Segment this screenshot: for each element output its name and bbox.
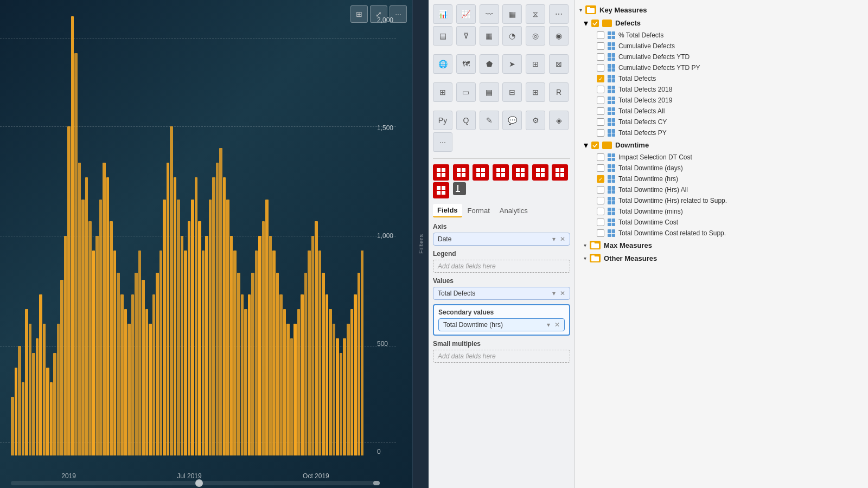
defects-header[interactable]: Defects (579, 16, 868, 30)
secondary-remove-icon[interactable]: ✕ (554, 321, 560, 329)
checkbox-cumulative-defects-ytd-py[interactable] (597, 64, 604, 72)
dot-icon-5[interactable] (512, 164, 528, 181)
axis-value-pill[interactable]: Date ▾ ✕ (433, 233, 570, 246)
expand-button[interactable]: ⤢ (370, 5, 387, 23)
checkbox-cumulative-defects-ytd[interactable] (597, 53, 604, 61)
checkbox-total-downtime-cost[interactable] (597, 219, 604, 226)
dot-icon-6[interactable] (532, 164, 548, 181)
viz-multi-row-card[interactable]: ▤ (480, 82, 499, 102)
measure-item-total-downtime-cost-supp[interactable]: Total Downtime Cost related to Supp. (579, 228, 868, 239)
scrollbar-thumb[interactable] (373, 481, 380, 485)
checkbox-total-defects-all[interactable] (597, 107, 604, 115)
viz-smart-narrative[interactable]: ✎ (480, 111, 499, 130)
dot-icon-3[interactable] (473, 164, 489, 181)
measure-item-cumulative-defects-ytd-py[interactable]: Cumulative Defects YTD PY (579, 62, 868, 73)
values-remove-icon[interactable]: ✕ (560, 290, 565, 297)
measure-item-total-defects-2019[interactable]: Total Defects 2019 (579, 95, 868, 106)
viz-bar-chart[interactable]: 📊 (433, 4, 452, 24)
axis-remove-icon[interactable]: ✕ (560, 235, 565, 243)
viz-custom1[interactable]: ⚙ (526, 111, 545, 130)
checkbox-total-downtime-days[interactable] (597, 164, 604, 172)
viz-table2[interactable]: ⊟ (502, 82, 522, 102)
viz-python[interactable]: Py (433, 111, 452, 130)
viz-speech-bubble[interactable]: 💬 (502, 111, 522, 130)
viz-table-chart[interactable]: ▤ (433, 26, 452, 46)
other-measures-header[interactable]: Other Measures (579, 252, 868, 265)
viz-matrix[interactable]: ⊞ (433, 82, 452, 102)
viz-map-chart[interactable]: 🌐 (433, 54, 452, 74)
dot-icon-1[interactable] (433, 164, 449, 181)
checkbox-cumulative-defects[interactable] (597, 42, 604, 50)
measure-item-total-defects[interactable]: ✓ Total Defects (579, 73, 868, 84)
checkbox-total-downtime-hrs-supp[interactable] (597, 197, 604, 204)
viz-treemap-chart[interactable]: ▦ (480, 26, 499, 46)
downtime-header[interactable]: Downtime (579, 138, 868, 152)
viz-small-mult[interactable]: ⊞ (526, 82, 545, 102)
viz-gauge-chart[interactable]: ◉ (549, 26, 569, 46)
viz-pie-chart[interactable]: ◔ (502, 26, 522, 46)
viz-shape-map[interactable]: ⬟ (480, 54, 499, 74)
legend-placeholder[interactable]: Add data fields here (433, 260, 570, 273)
format-icon[interactable] (453, 182, 466, 195)
viz-column-chart[interactable]: ▦ (502, 4, 522, 24)
viz-key-influencer[interactable]: ⊠ (549, 54, 569, 74)
measure-item-pct-total-defects[interactable]: % Total Defects (579, 30, 868, 41)
checkbox-total-downtime-cost-supp[interactable] (597, 229, 604, 237)
checkbox-total-defects[interactable]: ✓ (597, 75, 604, 82)
checkbox-impact-dt-cost[interactable] (597, 153, 604, 161)
measure-item-total-downtime-hrs[interactable]: ✓ Total Downtime (hrs) (579, 174, 868, 184)
checkbox-total-downtime-mins[interactable] (597, 208, 604, 215)
tab-fields[interactable]: Fields (433, 204, 462, 217)
measure-item-total-downtime-hrs-supp[interactable]: Total Downtime (Hrs) related to Supp. (579, 195, 868, 206)
secondary-expand-icon[interactable]: ▾ (547, 321, 550, 329)
viz-arrow-icon[interactable]: ➤ (502, 54, 522, 74)
measure-item-total-defects-all[interactable]: Total Defects All (579, 106, 868, 117)
secondary-values-pill[interactable]: Total Downtime (hrs) ▾ ✕ (438, 318, 565, 331)
checkbox-total-defects-cy[interactable] (597, 118, 604, 126)
more-button[interactable]: ··· (390, 5, 407, 23)
checkbox-total-downtime-hrs[interactable]: ✓ (597, 175, 604, 183)
dot-icon-2[interactable] (453, 164, 469, 181)
dot-icon-4[interactable] (493, 164, 509, 181)
viz-card[interactable]: ▭ (456, 82, 476, 102)
viz-area-chart[interactable]: 📈 (456, 4, 476, 24)
viz-combo-chart[interactable]: ⧖ (526, 4, 545, 24)
measure-item-total-downtime-days[interactable]: Total Downtime (days) (579, 163, 868, 174)
values-value-pill[interactable]: Total Defects ▾ ✕ (433, 287, 570, 300)
key-measures-header[interactable]: Key Measures (575, 3, 868, 16)
axis-expand-icon[interactable]: ▾ (552, 235, 556, 243)
measure-item-total-defects-py[interactable]: Total Defects PY (579, 127, 868, 138)
measure-item-impact-dt-cost[interactable]: Impact Selection DT Cost (579, 152, 868, 163)
viz-filled-map[interactable]: 🗺 (456, 54, 476, 74)
measure-item-total-defects-2018[interactable]: Total Defects 2018 (579, 84, 868, 95)
scroll-handle[interactable] (195, 479, 203, 487)
dot-icon-8[interactable] (433, 182, 449, 198)
max-measures-header[interactable]: Max Measures (579, 239, 868, 252)
viz-custom2[interactable]: ◈ (549, 111, 569, 130)
viz-line-chart[interactable]: 〰 (480, 4, 499, 24)
viz-r-visual[interactable]: R (549, 82, 569, 102)
measure-item-total-downtime-hrs-all[interactable]: Total Downtime (Hrs) All (579, 184, 868, 195)
viz-scatter-chart[interactable]: ⋯ (549, 4, 569, 24)
measure-item-total-downtime-cost[interactable]: Total Downtime Cost (579, 217, 868, 228)
viz-qna[interactable]: Q (456, 111, 476, 130)
measure-item-cumulative-defects[interactable]: Cumulative Defects (579, 41, 868, 52)
viz-donut-chart[interactable]: ◎ (526, 26, 545, 46)
viz-more[interactable]: ··· (433, 132, 452, 152)
checkbox-pct-total-defects[interactable] (597, 31, 604, 39)
tab-analytics[interactable]: Analytics (495, 204, 532, 217)
checkbox-total-defects-2018[interactable] (597, 86, 604, 93)
filter-button[interactable]: ⊞ (350, 5, 368, 23)
measure-item-total-defects-cy[interactable]: Total Defects CY (579, 117, 868, 127)
small-multiples-placeholder[interactable]: Add data fields here (433, 350, 570, 363)
dot-icon-7[interactable] (552, 164, 568, 181)
viz-funnel-chart[interactable]: ⊽ (456, 26, 476, 46)
measure-item-total-downtime-mins[interactable]: Total Downtime (mins) (579, 206, 868, 217)
tab-format[interactable]: Format (463, 204, 494, 217)
checkbox-total-defects-py[interactable] (597, 129, 604, 137)
values-expand-icon[interactable]: ▾ (552, 290, 556, 297)
checkbox-total-defects-2019[interactable] (597, 97, 604, 104)
measure-item-cumulative-defects-ytd[interactable]: Cumulative Defects YTD (579, 52, 868, 62)
viz-decomp-tree[interactable]: ⊞ (526, 54, 545, 74)
checkbox-total-downtime-hrs-all[interactable] (597, 186, 604, 194)
